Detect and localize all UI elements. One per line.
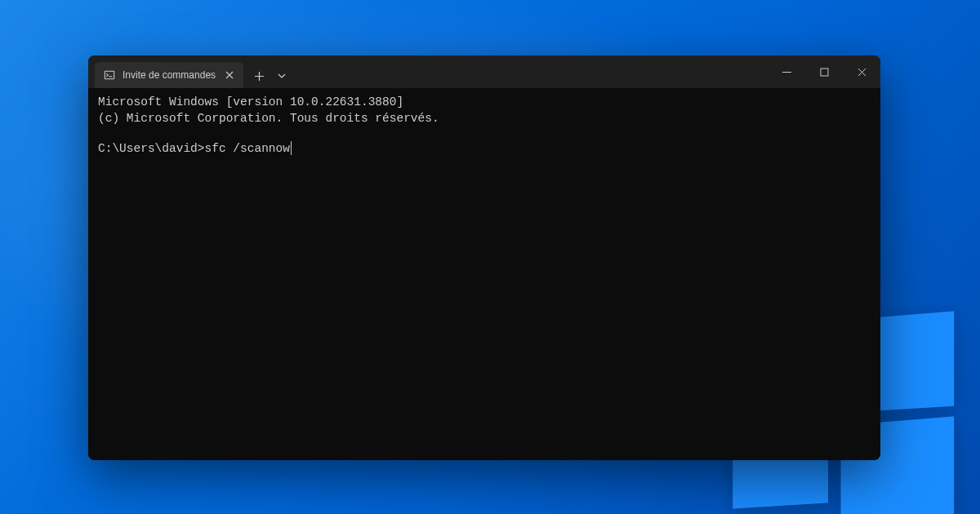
titlebar[interactable]: Invite de commandes: [88, 55, 880, 88]
minimize-button[interactable]: [768, 55, 805, 88]
tab-close-button[interactable]: [222, 68, 237, 82]
tab-title: Invite de commandes: [122, 69, 216, 81]
maximize-button[interactable]: [805, 55, 843, 88]
tab-command-prompt[interactable]: Invite de commandes: [95, 62, 243, 88]
window-controls: [768, 55, 880, 88]
svg-rect-0: [105, 71, 114, 79]
prompt-text: C:\Users\david>: [98, 141, 205, 157]
text-cursor: [291, 141, 292, 155]
svg-rect-1: [821, 69, 828, 76]
terminal-window: Invite de commandes Mic: [88, 55, 880, 460]
command-input[interactable]: sfc /scannow: [205, 141, 290, 157]
terminal-icon: [103, 69, 116, 82]
tab-strip: Invite de commandes: [88, 55, 768, 88]
close-button[interactable]: [843, 55, 880, 88]
new-tab-button[interactable]: [247, 64, 271, 88]
output-line: (c) Microsoft Corporation. Tous droits r…: [98, 111, 871, 127]
terminal-output[interactable]: Microsoft Windows [version 10.0.22631.38…: [88, 88, 880, 460]
output-line: Microsoft Windows [version 10.0.22631.38…: [98, 95, 871, 111]
prompt-line: C:\Users\david>sfc /scannow: [98, 141, 871, 157]
tab-dropdown-button[interactable]: [271, 64, 292, 88]
